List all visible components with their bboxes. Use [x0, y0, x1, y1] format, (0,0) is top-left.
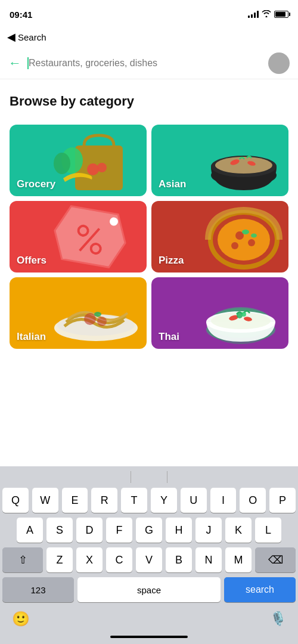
key-a[interactable]: A — [17, 518, 43, 543]
asian-label: Asian — [159, 178, 186, 190]
key-i[interactable]: I — [210, 488, 237, 513]
key-m[interactable]: M — [225, 547, 252, 572]
signal-icon — [248, 11, 259, 18]
wifi-icon — [262, 10, 271, 19]
browse-title: Browse by category — [10, 94, 288, 109]
search-input-wrapper[interactable] — [27, 57, 262, 69]
nav-bar: ◀ Search — [0, 26, 298, 48]
key-d[interactable]: D — [76, 518, 103, 543]
italian-label: Italian — [17, 331, 46, 343]
key-l[interactable]: L — [255, 518, 281, 543]
status-icons — [248, 10, 288, 19]
key-u[interactable]: U — [181, 488, 207, 513]
search-back-icon[interactable]: ← — [8, 55, 21, 71]
key-c[interactable]: C — [106, 547, 132, 572]
key-f[interactable]: F — [106, 518, 132, 543]
key-b[interactable]: B — [166, 547, 192, 572]
category-card-asian[interactable]: Asian — [151, 125, 288, 196]
key-h[interactable]: H — [166, 518, 192, 543]
category-card-offers[interactable]: Offers — [10, 201, 147, 273]
search-key[interactable]: search — [224, 577, 296, 602]
category-card-pizza[interactable]: Pizza — [151, 201, 288, 273]
category-grid: Grocery Asian — [0, 125, 298, 349]
svg-point-20 — [242, 230, 249, 234]
svg-point-26 — [94, 312, 101, 317]
key-j[interactable]: J — [195, 518, 222, 543]
key-v[interactable]: V — [136, 547, 162, 572]
home-bar — [110, 636, 188, 638]
backspace-key[interactable]: ⌫ — [255, 547, 296, 572]
key-p[interactable]: P — [269, 488, 296, 513]
keyboard: Q W E R T Y U I O P A S D F G H J K L ⇧ … — [0, 466, 298, 644]
svg-point-25 — [97, 317, 107, 326]
key-row-4: 123 space search — [2, 577, 296, 602]
svg-point-21 — [251, 234, 257, 238]
avatar[interactable] — [268, 52, 290, 74]
key-o[interactable]: O — [240, 488, 266, 513]
svg-point-3 — [87, 163, 99, 175]
key-w[interactable]: W — [32, 488, 58, 513]
category-card-italian[interactable]: Italian — [10, 277, 147, 349]
key-y[interactable]: Y — [151, 488, 177, 513]
keyboard-handle — [0, 466, 298, 485]
category-card-grocery[interactable]: Grocery — [10, 125, 147, 196]
numbers-key[interactable]: 123 — [2, 577, 74, 602]
key-e[interactable]: E — [62, 488, 88, 513]
emoji-key[interactable]: 🙂 — [12, 611, 30, 627]
key-g[interactable]: G — [136, 518, 162, 543]
keyboard-bottom-bar: 🙂 🎙️ — [0, 607, 298, 632]
key-t[interactable]: T — [121, 488, 147, 513]
search-input[interactable] — [29, 58, 262, 69]
key-q[interactable]: Q — [2, 488, 29, 513]
key-s[interactable]: S — [46, 518, 73, 543]
battery-icon — [274, 11, 288, 18]
svg-point-19 — [231, 242, 238, 249]
key-k[interactable]: K — [225, 518, 252, 543]
space-key[interactable]: space — [77, 577, 221, 602]
search-bar: ← — [0, 48, 298, 79]
key-row-2: A S D F G H J K L — [2, 518, 296, 543]
key-z[interactable]: Z — [46, 547, 73, 572]
key-n[interactable]: N — [195, 547, 222, 572]
status-time: 09:41 — [10, 10, 32, 20]
svg-point-16 — [218, 219, 270, 261]
back-arrow-icon: ◀ — [7, 32, 15, 42]
svg-point-24 — [84, 313, 96, 325]
back-label: Search — [18, 32, 46, 42]
grocery-label: Grocery — [17, 178, 55, 190]
key-x[interactable]: X — [76, 547, 103, 572]
key-row-1: Q W E R T Y U I O P — [2, 488, 296, 513]
home-indicator — [0, 632, 298, 644]
offers-label: Offers — [17, 255, 46, 267]
category-card-thai[interactable]: Thai — [151, 277, 288, 349]
svg-point-35 — [241, 312, 246, 317]
thai-label: Thai — [159, 331, 179, 343]
status-bar: 09:41 — [0, 0, 298, 26]
svg-point-4 — [97, 163, 107, 172]
pizza-label: Pizza — [159, 255, 184, 267]
key-row-3: ⇧ Z X C V B N M ⌫ — [2, 547, 296, 572]
back-button[interactable]: ◀ Search — [7, 32, 46, 42]
mic-key[interactable]: 🎙️ — [270, 611, 286, 627]
svg-point-2 — [54, 153, 70, 174]
shift-key[interactable]: ⇧ — [2, 547, 43, 572]
svg-point-18 — [248, 239, 255, 246]
keyboard-rows: Q W E R T Y U I O P A S D F G H J K L ⇧ … — [0, 485, 298, 602]
browse-section: Browse by category — [0, 79, 298, 125]
key-r[interactable]: R — [91, 488, 117, 513]
